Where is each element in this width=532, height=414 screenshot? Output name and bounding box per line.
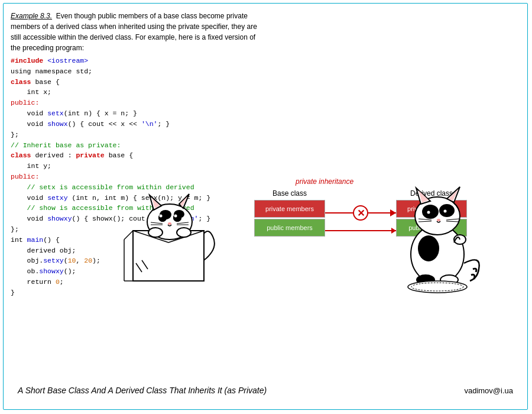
code-line-10: class derived : private base {	[11, 150, 265, 161]
example-title: Example 8.3. Even though public members …	[11, 11, 265, 53]
svg-point-41	[444, 210, 447, 213]
code-line-2: using namespace std;	[11, 66, 265, 77]
svg-point-40	[427, 211, 430, 214]
code-line-4: int x;	[11, 87, 265, 98]
arrow-line2	[325, 230, 396, 231]
base-class-title: Base class	[254, 189, 325, 198]
code-line-11: int y;	[11, 161, 265, 172]
code-line-8: };	[11, 130, 265, 140]
arrow-public-to-private	[325, 222, 396, 240]
code-line-9: // Inherit base as private:	[11, 140, 265, 151]
example-label: Example 8.3.	[11, 12, 52, 20]
content-area: Example 8.3. Even though public members …	[6, 6, 525, 402]
base-public-members: public members	[254, 219, 325, 237]
base-private-members: private members	[254, 200, 325, 218]
code-line-5: public:	[11, 98, 265, 108]
blocked-icon: ✕	[353, 205, 368, 221]
cat-right-illustration	[390, 172, 485, 290]
code-line-3: class base {	[11, 77, 265, 88]
private-inheritance-label: private inheritance	[296, 177, 353, 186]
footer: A Short Base Class And A Derived Class T…	[6, 386, 525, 395]
base-class-box: Base class private members public member…	[254, 189, 325, 237]
footer-title: A Short Base Class And A Derived Class T…	[18, 386, 267, 395]
svg-point-42	[437, 219, 440, 221]
footer-email: vadimov@i.ua	[464, 386, 513, 395]
code-line-7: void showx() { cout << x << '\n'; }	[11, 119, 265, 130]
code-line-1: #include <iostream>	[11, 56, 265, 66]
code-line-6: void setx(int n) { x = n; }	[11, 108, 265, 119]
svg-point-50	[418, 235, 439, 261]
